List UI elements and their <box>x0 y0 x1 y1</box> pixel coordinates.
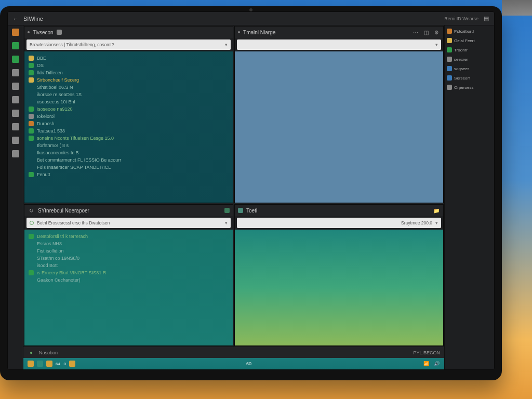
code-line: Fenutt <box>29 171 229 178</box>
rightpanel-item-5[interactable]: Serseorr <box>447 75 492 81</box>
activity-icon-5[interactable] <box>12 96 19 103</box>
status-left: Nosobon <box>39 350 58 355</box>
pane-tabs-br: Toetl 📁 <box>235 205 443 216</box>
activity-icon-7[interactable] <box>12 123 19 130</box>
line-text: Sthstiboel 06.S N <box>37 84 73 91</box>
chevron-down-icon[interactable]: ▾ <box>435 42 438 47</box>
rightpanel-label: Serseorr <box>454 76 470 81</box>
tab-tl[interactable]: Tivsecon <box>33 30 54 35</box>
line-gutter-icon <box>29 263 34 268</box>
taskbar-app-icon[interactable] <box>37 361 43 367</box>
line-text: isood Bott <box>37 262 58 269</box>
line-text: OS <box>37 62 44 69</box>
line-text: Teatsea1 538 <box>37 127 65 135</box>
line-gutter-icon <box>29 56 34 61</box>
code-line: Durocsh <box>29 120 229 127</box>
status-ok-icon[interactable]: ● <box>28 349 35 356</box>
rightpanel-item-2[interactable]: Troonrr <box>447 47 492 52</box>
activity-icon-4[interactable] <box>12 83 19 90</box>
app-name: SIWline <box>23 16 43 22</box>
address-bar-br[interactable]: Sraytmee 200.0 ▾ <box>237 218 441 228</box>
tab-tr[interactable]: Tmalnl Niarge <box>243 30 275 35</box>
pane-bottom-left: ↻ SYtnrebcul Noerapoer Botnl Erosesrcssl… <box>24 204 233 346</box>
address-bar-bl[interactable]: Botnl Erosesrcssl ersc ths Dwatotsen ▾ <box>26 218 231 228</box>
rightpanel-icon <box>447 85 452 90</box>
pane-action-icon[interactable] <box>224 208 230 213</box>
code-line: Gaakon Cechanoter) <box>29 276 229 284</box>
taskbar-app-icon[interactable] <box>69 361 75 367</box>
code-line: isood Bott <box>29 262 229 269</box>
code-line: lldr/ Diffecen <box>29 69 229 76</box>
chevron-down-icon[interactable]: ▾ <box>225 42 228 47</box>
line-text: Ikosoconeonles tc.B <box>37 149 79 156</box>
code-line: STsathn co 19NS8/0 <box>29 255 229 262</box>
content-tr <box>235 51 443 203</box>
address-bar-tr[interactable]: ▾ <box>237 39 441 50</box>
pane-split-icon[interactable]: ◫ <box>422 29 430 36</box>
activity-icon-2[interactable] <box>12 56 19 63</box>
line-gutter-icon <box>29 234 34 239</box>
tray-network-icon[interactable]: 📶 <box>422 360 430 367</box>
line-gutter-icon <box>29 165 34 170</box>
line-text: Essros NH8 <box>37 240 62 247</box>
code-line: BBE <box>29 55 229 62</box>
tab-br[interactable]: Toetl <box>246 208 257 214</box>
code-line: useosee.is 10t Bhl <box>29 98 229 105</box>
address-bar-tl[interactable]: Browtessionsess | Tihrotsthillteng, coso… <box>26 39 231 50</box>
pane-tabs-tl: Tivsecon <box>24 26 233 38</box>
code-line: Iokeiorol <box>29 113 229 120</box>
line-gutter-icon <box>29 114 34 119</box>
line-gutter-icon <box>29 99 34 104</box>
rightpanel-item-3[interactable]: seecrer <box>447 57 492 62</box>
line-gutter-icon <box>29 77 34 83</box>
line-gutter-icon <box>29 172 34 177</box>
line-gutter-icon <box>29 143 34 148</box>
chevron-down-icon[interactable]: ▾ <box>435 220 438 225</box>
activity-icon-9[interactable] <box>12 150 19 157</box>
activity-icon-3[interactable] <box>12 69 19 76</box>
chevron-down-icon[interactable]: ▾ <box>225 220 228 225</box>
tab-bl[interactable]: SYtnrebcul Noerapoer <box>38 208 89 214</box>
line-text: Bet commtarmenct FL IESSIO Be acourr <box>37 156 121 164</box>
status-bar: ● Nosobon PYL.BECON <box>23 347 444 358</box>
rightpanel-item-6[interactable]: Orperoess <box>447 85 492 90</box>
pane-more-icon[interactable]: ⋯ <box>412 29 419 36</box>
back-icon[interactable]: ← <box>12 15 19 22</box>
rightpanel-item-0[interactable]: Pstcalbord <box>447 29 492 34</box>
secure-icon <box>30 221 34 225</box>
taskbar-app-icon[interactable] <box>46 361 52 367</box>
address-text-bl: Botnl Erosesrcssl ersc ths Dwatotsen <box>37 220 110 225</box>
activity-icon-6[interactable] <box>12 110 19 117</box>
line-gutter-icon <box>29 92 34 97</box>
folder-icon[interactable]: 📁 <box>433 207 440 214</box>
pane-gear-icon[interactable]: ⚙ <box>433 29 440 36</box>
activity-icon-0[interactable] <box>12 29 19 36</box>
code-line: ikorsoe re.seaDns 1S <box>29 91 229 98</box>
pane-top-right: Tmalnl Niarge ⋯ ◫ ⚙ ▾ <box>234 26 444 203</box>
line-gutter-icon <box>29 150 34 155</box>
line-gutter-icon <box>29 136 34 141</box>
rightpanel-item-1[interactable]: Gelal Feert <box>447 38 492 43</box>
line-text: is Erneery Bkot VINORT SIS81.R <box>37 269 106 276</box>
refresh-icon[interactable]: ↻ <box>28 207 35 214</box>
tab-extra-icon[interactable] <box>57 30 62 35</box>
rightpanel-item-4[interactable]: sogseer <box>447 66 492 71</box>
rightpanel-icon <box>447 38 452 43</box>
status-right: PYL.BECON <box>414 350 441 355</box>
window-menu-icon[interactable]: ▤ <box>483 15 490 22</box>
activity-icon-8[interactable] <box>12 137 19 144</box>
taskbar-app-icon[interactable] <box>28 361 34 367</box>
line-text: Fols Insaerscer SCAP TANDL RICL <box>37 164 111 171</box>
line-gutter-icon <box>29 63 34 68</box>
content-bl: Destoforsli tri k terrerachEssros NH8Fis… <box>24 230 233 345</box>
screen: ← SIWline Remi ID Wearse ▤ Tivsecon <box>7 11 495 370</box>
line-gutter-icon <box>29 241 34 246</box>
line-text: useosee.is 10t Bhl <box>37 98 75 105</box>
titlebar-right-label: Remi ID Wearse <box>444 16 478 21</box>
tray-volume-icon[interactable]: 🔊 <box>433 360 440 367</box>
line-text: soneins Nconts Tifueisen Eesge 15.0 <box>37 135 114 142</box>
activity-icon-1[interactable] <box>12 42 19 49</box>
rightpanel-label: seecrer <box>454 57 468 62</box>
line-text: Iforhtnmor ( 8 s <box>37 142 69 149</box>
line-gutter-icon <box>29 256 34 261</box>
